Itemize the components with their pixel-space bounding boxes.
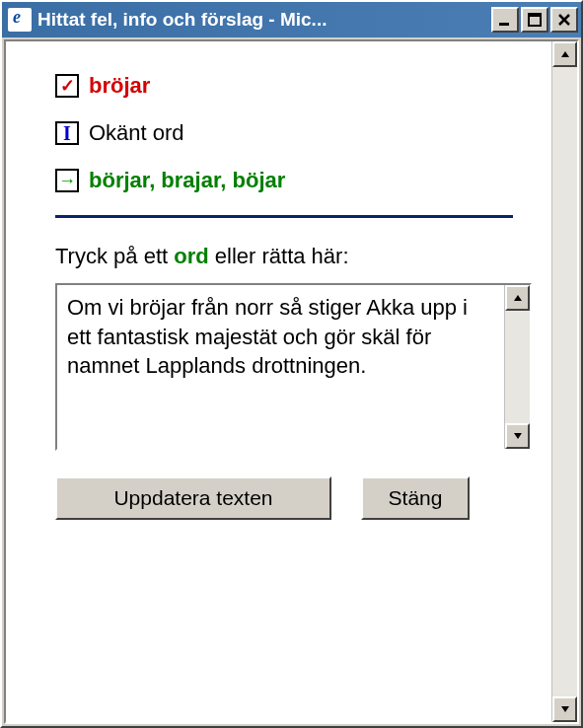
text-editor-content[interactable]: Om vi bröjar från norr så stiger Akka up… <box>57 285 504 449</box>
info-text: Okänt ord <box>89 120 184 146</box>
page-scroll-up-button[interactable] <box>552 41 577 67</box>
suggestions-row: → börjar, brajar, böjar <box>55 168 532 193</box>
page-scrollbar[interactable] <box>551 41 577 722</box>
divider <box>55 215 513 218</box>
maximize-button[interactable] <box>521 7 548 33</box>
text-editor[interactable]: Om vi bröjar från norr så stiger Akka up… <box>55 283 532 451</box>
svg-rect-2 <box>529 14 541 17</box>
misspelled-word[interactable]: bröjar <box>89 73 150 99</box>
button-row: Uppdatera texten Stäng <box>55 476 532 520</box>
suggestions-list[interactable]: börjar, brajar, böjar <box>89 168 285 193</box>
svg-marker-5 <box>514 295 522 301</box>
title-bar[interactable]: Hittat fel, info och förslag - Mic... <box>2 2 581 37</box>
error-row: ✓ bröjar <box>55 73 532 99</box>
close-button[interactable] <box>550 7 578 33</box>
app-icon <box>8 8 32 32</box>
info-icon: I <box>55 121 79 145</box>
close-dialog-button[interactable]: Stäng <box>361 476 470 520</box>
page-scroll-track[interactable] <box>552 67 577 696</box>
arrow-right-icon: → <box>55 169 79 192</box>
svg-rect-0 <box>499 23 509 26</box>
dialog-window: Hittat fel, info och förslag - Mic... ✓ … <box>0 0 583 728</box>
window-title: Hittat fel, info och förslag - Mic... <box>37 9 491 31</box>
client-area: ✓ bröjar I Okänt ord → börjar, brajar, b… <box>4 39 579 724</box>
chevron-up-icon <box>560 49 570 59</box>
instruction-prefix: Tryck på ett <box>55 244 174 268</box>
scroll-down-button[interactable] <box>505 423 530 449</box>
info-row: I Okänt ord <box>55 120 532 146</box>
window-controls <box>491 7 578 33</box>
svg-marker-6 <box>514 433 522 439</box>
update-text-button[interactable]: Uppdatera texten <box>55 476 331 520</box>
close-icon <box>557 13 571 27</box>
instruction-keyword: ord <box>174 244 208 268</box>
chevron-down-icon <box>560 704 570 714</box>
instruction-suffix: eller rätta här: <box>209 244 349 268</box>
instruction-label: Tryck på ett ord eller rätta här: <box>55 244 532 269</box>
chevron-down-icon <box>513 431 523 441</box>
svg-marker-7 <box>561 51 569 57</box>
minimize-button[interactable] <box>491 7 519 33</box>
chevron-up-icon <box>513 293 523 303</box>
error-check-icon: ✓ <box>55 74 79 98</box>
scroll-track[interactable] <box>505 311 530 423</box>
content: ✓ bröjar I Okänt ord → börjar, brajar, b… <box>6 41 551 722</box>
maximize-icon <box>528 13 542 27</box>
scroll-up-button[interactable] <box>505 285 530 311</box>
page-scroll-down-button[interactable] <box>552 696 577 722</box>
textarea-scrollbar[interactable] <box>504 285 530 449</box>
minimize-icon <box>498 13 512 27</box>
svg-marker-8 <box>561 706 569 712</box>
